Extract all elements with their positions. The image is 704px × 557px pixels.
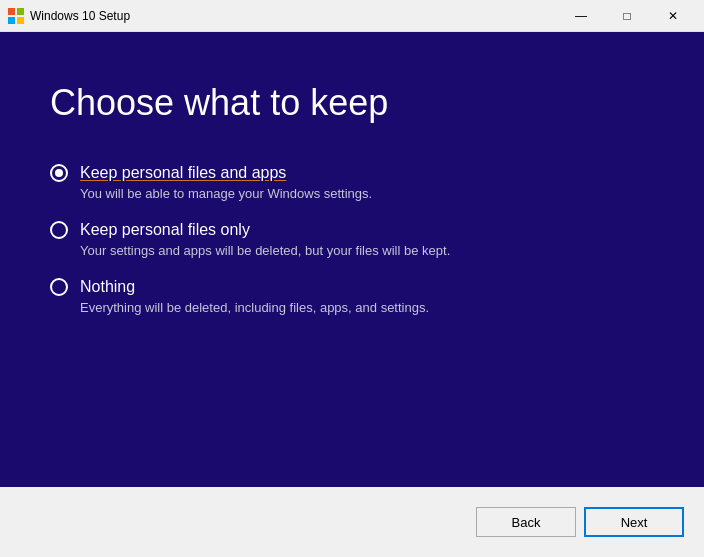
option-1-label: Keep personal files and apps: [80, 164, 286, 182]
next-button[interactable]: Next: [584, 507, 684, 537]
maximize-button[interactable]: □: [604, 0, 650, 32]
svg-rect-0: [8, 8, 15, 15]
radio-keep-files-only[interactable]: [50, 221, 68, 239]
page-title: Choose what to keep: [50, 82, 654, 124]
option-2-row: Keep personal files only: [50, 221, 654, 239]
options-container: Keep personal files and apps You will be…: [50, 164, 654, 315]
back-button[interactable]: Back: [476, 507, 576, 537]
option-3-label: Nothing: [80, 278, 135, 296]
option-1-row: Keep personal files and apps: [50, 164, 654, 182]
main-content: Choose what to keep Keep personal files …: [0, 32, 704, 557]
option-1-desc: You will be able to manage your Windows …: [80, 186, 654, 201]
radio-nothing[interactable]: [50, 278, 68, 296]
svg-rect-1: [17, 8, 24, 15]
option-2-desc: Your settings and apps will be deleted, …: [80, 243, 654, 258]
svg-rect-2: [8, 17, 15, 24]
bottom-bar: Back Next: [0, 487, 704, 557]
option-keep-files-apps[interactable]: Keep personal files and apps You will be…: [50, 164, 654, 201]
option-3-row: Nothing: [50, 278, 654, 296]
windows-icon: [8, 8, 24, 24]
close-button[interactable]: ✕: [650, 0, 696, 32]
radio-keep-files-apps[interactable]: [50, 164, 68, 182]
minimize-button[interactable]: —: [558, 0, 604, 32]
option-2-label: Keep personal files only: [80, 221, 250, 239]
option-keep-files-only[interactable]: Keep personal files only Your settings a…: [50, 221, 654, 258]
option-3-desc: Everything will be deleted, including fi…: [80, 300, 654, 315]
title-bar-text: Windows 10 Setup: [30, 9, 558, 23]
title-bar: Windows 10 Setup — □ ✕: [0, 0, 704, 32]
title-bar-controls: — □ ✕: [558, 0, 696, 32]
option-nothing[interactable]: Nothing Everything will be deleted, incl…: [50, 278, 654, 315]
svg-rect-3: [17, 17, 24, 24]
